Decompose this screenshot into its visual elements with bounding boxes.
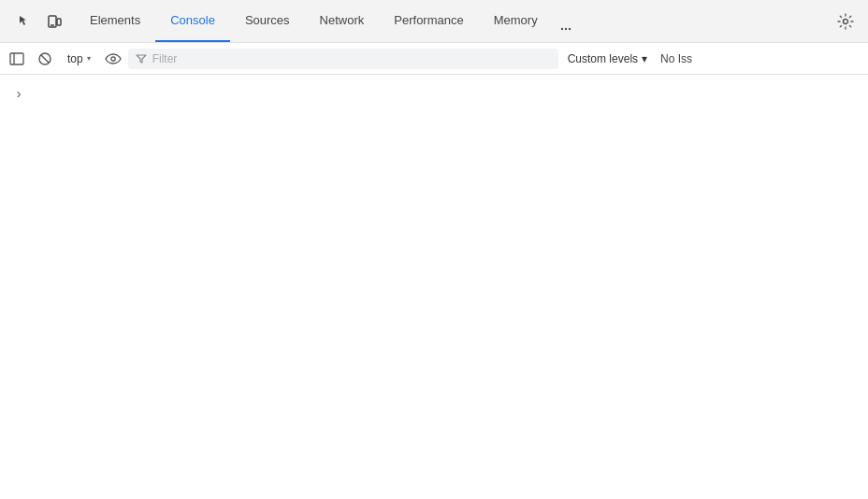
live-expressions-button[interactable] [100,48,126,70]
chevron-down-icon-levels: ▾ [642,52,647,65]
svg-line-9 [42,55,49,62]
settings-button[interactable] [831,7,861,36]
console-toolbar: top ▾ Custom levels ▾ No Iss [0,43,868,75]
svg-point-3 [560,28,562,30]
tab-memory[interactable]: Memory [479,0,553,42]
filter-icon [136,53,147,64]
tab-list: Elements Console Sources Network Perform… [75,0,831,42]
tab-network[interactable]: Network [305,0,380,42]
custom-levels-button[interactable]: Custom levels ▾ [560,48,655,70]
filter-input[interactable] [152,52,551,65]
inspect-element-button[interactable] [11,8,37,35]
svg-point-5 [568,28,570,30]
expand-prompt-button[interactable]: › [9,84,28,103]
tab-elements[interactable]: Elements [75,0,155,42]
toggle-sidebar-button[interactable] [4,48,30,70]
console-area: › [0,75,868,499]
tab-console[interactable]: Console [155,0,230,42]
svg-point-10 [110,56,114,60]
more-tabs-button[interactable] [553,16,579,42]
chevron-down-icon: ▾ [87,54,91,63]
tab-bar-left-icons [4,8,75,35]
context-selector-button[interactable]: top ▾ [60,48,98,70]
filter-input-wrap [128,49,558,69]
clear-console-button[interactable] [32,48,58,70]
tab-bar: Elements Console Sources Network Perform… [0,0,868,43]
custom-levels-label: Custom levels [568,52,638,65]
context-label: top [67,52,83,65]
tab-sources[interactable]: Sources [230,0,305,42]
device-toolbar-button[interactable] [41,8,67,35]
svg-rect-1 [57,19,61,25]
svg-point-4 [564,28,566,30]
no-issues-label: No Iss [657,52,696,65]
svg-rect-6 [10,53,23,64]
tab-performance[interactable]: Performance [379,0,478,42]
